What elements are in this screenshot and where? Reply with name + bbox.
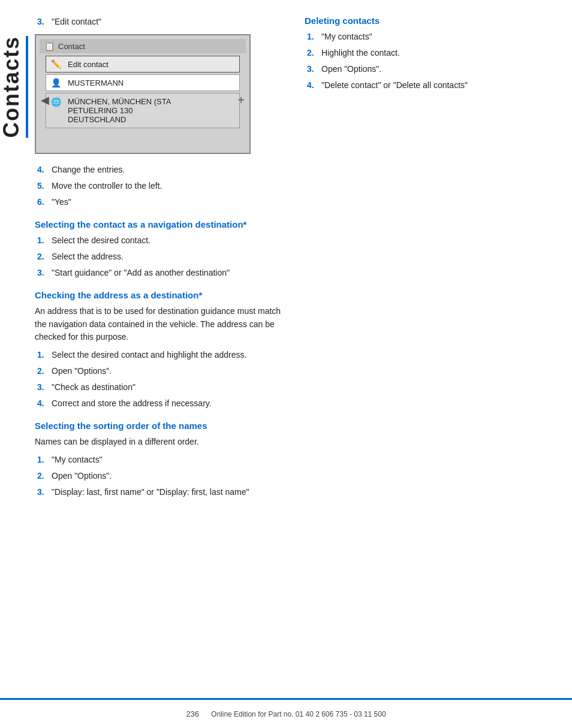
step-text: Change the entries. xyxy=(52,164,287,176)
step-text: "Yes" xyxy=(52,196,287,209)
step-text: Correct and store the address if necessa… xyxy=(52,397,287,410)
mustermann-row: 👤 MUSTERMANN xyxy=(46,74,240,91)
edit-contact-row: ✏️ Edit contact xyxy=(46,56,240,73)
contact-header-icon: 📋 xyxy=(44,41,55,51)
step-num: 3. xyxy=(37,381,48,394)
main-content: 3. "Edit contact" 📋 Contact ✏️ Edit cont… xyxy=(29,0,572,728)
step-text: "Start guidance" or "Add as another dest… xyxy=(52,267,287,279)
mustermann-label: MUSTERMANN xyxy=(68,78,124,87)
list-item: 3. "Start guidance" or "Add as another d… xyxy=(35,267,287,279)
sidebar-label: Contacts xyxy=(1,36,28,138)
step-num: 3. xyxy=(37,486,48,499)
step-num: 4. xyxy=(37,397,48,410)
step-text: "Delete contact" or "Delete all contacts… xyxy=(321,79,554,92)
step-num: 4. xyxy=(37,164,48,176)
step-num: 5. xyxy=(37,180,48,192)
step-text: Select the desired contact. xyxy=(52,234,287,247)
list-item: 4. Correct and store the address if nece… xyxy=(35,397,287,410)
section-delete-steps: 1. "My contacts" 2. Highlight the contac… xyxy=(305,31,554,92)
sidebar: Contacts xyxy=(0,0,29,728)
step-text: "Check as destination" xyxy=(52,381,287,394)
section-nav-heading: Selecting the contact as a navigation de… xyxy=(35,219,287,229)
list-item: 1. "My contacts" xyxy=(305,31,554,43)
list-item: 2. Highlight the contact. xyxy=(305,47,554,59)
step-num: 3. xyxy=(307,63,318,75)
page-number: 236 xyxy=(186,709,199,718)
section-sort-body: Names can be displayed in a different or… xyxy=(35,436,287,449)
section-sort-steps: 1. "My contacts" 2. Open "Options". 3. "… xyxy=(35,454,287,499)
contact-header: 📋 Contact xyxy=(40,39,246,53)
step-text: Select the desired contact and highlight… xyxy=(52,349,287,361)
step-num: 1. xyxy=(307,31,318,43)
list-item: 6. "Yes" xyxy=(35,196,287,209)
nav-arrow-left: ◀ xyxy=(41,93,49,107)
list-item: 5. Move the controller to the left. xyxy=(35,180,287,192)
steps-after-mockup: 4. Change the entries. 5. Move the contr… xyxy=(35,164,287,209)
list-item: 2. Open "Options". xyxy=(35,470,287,482)
step-text: "My contacts" xyxy=(321,31,554,43)
step-num: 2. xyxy=(37,470,48,482)
edit-icon: ✏️ xyxy=(51,59,63,69)
list-item: 3. "Check as destination" xyxy=(35,381,287,394)
step-num: 1. xyxy=(37,454,48,466)
list-item: 3. "Edit contact" xyxy=(35,16,287,28)
step-num: 1. xyxy=(37,349,48,361)
list-item: 3. Open "Options". xyxy=(305,63,554,75)
section-check-steps: 1. Select the desired contact and highli… xyxy=(35,349,287,410)
nav-plus: + xyxy=(237,93,245,107)
section-check-heading: Checking the address as a destination* xyxy=(35,290,287,300)
step-num: 2. xyxy=(307,47,318,59)
list-item: 2. Open "Options". xyxy=(35,365,287,377)
section-nav-steps: 1. Select the desired contact. 2. Select… xyxy=(35,234,287,279)
person-icon: 👤 xyxy=(51,78,63,87)
step-text: "My contacts" xyxy=(52,454,287,466)
step-text: Select the address. xyxy=(52,250,287,263)
step-num: 6. xyxy=(37,196,48,209)
step-text: Highlight the contact. xyxy=(321,47,554,59)
step-text: Open "Options". xyxy=(321,63,554,75)
step-num: 3. xyxy=(37,16,48,28)
section-sort-heading: Selecting the sorting order of the names xyxy=(35,421,287,431)
footer: 236 Online Edition for Part no. 01 40 2 … xyxy=(0,698,572,728)
right-column: Deleting contacts 1. "My contacts" 2. Hi… xyxy=(305,12,554,710)
list-item: 1. "My contacts" xyxy=(35,454,287,466)
step-text: "Edit contact" xyxy=(52,16,287,28)
list-item: 4. Change the entries. xyxy=(35,164,287,176)
list-item: 4. "Delete contact" or "Delete all conta… xyxy=(305,79,554,92)
step-text: "Display: last, first name" or "Display:… xyxy=(52,486,287,499)
footer-text: Online Edition for Part no. 01 40 2 606 … xyxy=(211,710,386,718)
step-num: 2. xyxy=(37,365,48,377)
step-text: Open "Options". xyxy=(52,365,287,377)
address-row: 🌐 MÜNCHEN, MÜNCHEN (STAPETUELRING 130DEU… xyxy=(46,93,240,128)
globe-icon: 🌐 xyxy=(51,97,63,107)
contact-header-title: Contact xyxy=(58,42,85,51)
edit-contact-label: Edit contact xyxy=(68,60,109,69)
list-item: 2. Select the address. xyxy=(35,250,287,263)
intro-step: 3. "Edit contact" xyxy=(35,16,287,28)
contact-inner: ✏️ Edit contact 👤 MUSTERMANN 🌐 MÜNCHEN, … xyxy=(46,56,240,128)
left-column: 3. "Edit contact" 📋 Contact ✏️ Edit cont… xyxy=(35,12,287,710)
step-num: 3. xyxy=(37,267,48,279)
section-delete-heading: Deleting contacts xyxy=(305,16,554,26)
address-label: MÜNCHEN, MÜNCHEN (STAPETUELRING 130DEUTS… xyxy=(68,97,171,124)
list-item: 3. "Display: last, first name" or "Displ… xyxy=(35,486,287,499)
step-text: Move the controller to the left. xyxy=(52,180,287,192)
section-check-body: An address that is to be used for destin… xyxy=(35,305,287,344)
contact-mockup: 📋 Contact ✏️ Edit contact 👤 MUSTERMANN xyxy=(35,34,251,154)
list-item: 1. Select the desired contact. xyxy=(35,234,287,247)
step-num: 2. xyxy=(37,250,48,263)
step-num: 4. xyxy=(307,79,318,92)
list-item: 1. Select the desired contact and highli… xyxy=(35,349,287,361)
step-text: Open "Options". xyxy=(52,470,287,482)
page-container: Contacts 3. "Edit contact" 📋 Contact xyxy=(0,0,572,728)
step-num: 1. xyxy=(37,234,48,247)
